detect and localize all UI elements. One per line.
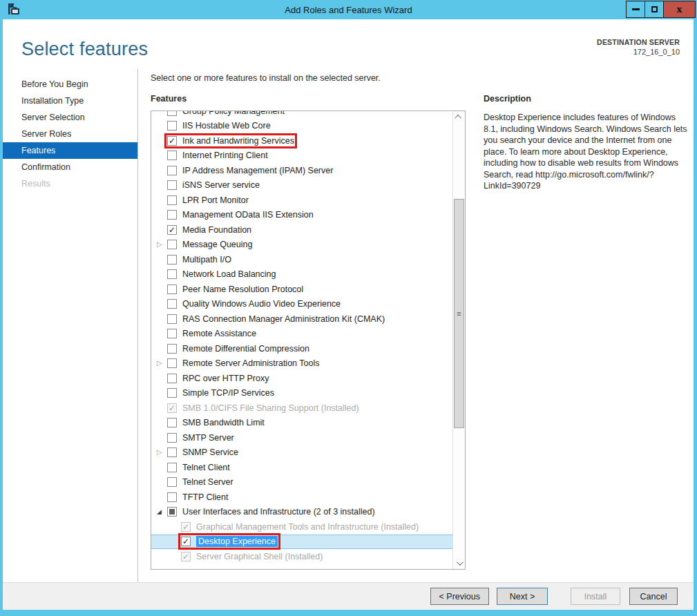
feature-row[interactable]: ◢User Interfaces and Infrastructure (2 o… bbox=[151, 505, 452, 520]
feature-row[interactable]: IP Address Management (IPAM) Server bbox=[151, 163, 452, 178]
checkbox-unchecked[interactable] bbox=[167, 151, 177, 160]
close-button[interactable]: x bbox=[663, 1, 696, 18]
checkbox-unchecked[interactable] bbox=[167, 463, 177, 472]
checkbox-checked[interactable]: ✓ bbox=[167, 225, 177, 235]
feature-row[interactable]: TFTP Client bbox=[151, 490, 452, 505]
feature-row[interactable]: Network Load Balancing bbox=[151, 267, 452, 282]
checkbox-unchecked[interactable] bbox=[167, 374, 177, 383]
checkbox-unchecked[interactable] bbox=[167, 299, 177, 309]
feature-row[interactable]: LPR Port Monitor bbox=[151, 193, 452, 208]
checkbox-unchecked[interactable] bbox=[167, 433, 177, 443]
checkbox-unchecked[interactable] bbox=[167, 111, 177, 116]
feature-row[interactable]: Remote Differential Compression bbox=[151, 341, 452, 356]
feature-row[interactable]: ✓Ink and Handwriting Services bbox=[151, 133, 452, 148]
feature-label[interactable]: Internet Printing Client bbox=[182, 151, 268, 160]
checkbox-unchecked[interactable] bbox=[167, 180, 177, 190]
feature-row[interactable]: SMB Bandwidth Limit bbox=[151, 416, 452, 431]
checkbox-unchecked[interactable] bbox=[167, 195, 177, 205]
feature-label[interactable]: Group Policy Management bbox=[182, 111, 285, 116]
feature-label[interactable]: SNMP Service bbox=[182, 447, 238, 457]
checkbox-checked[interactable]: ✓ bbox=[167, 136, 177, 146]
feature-label[interactable]: RAS Connection Manager Administration Ki… bbox=[182, 314, 385, 324]
feature-row[interactable]: ✓Media Foundation bbox=[151, 222, 452, 238]
scroll-up-button[interactable] bbox=[453, 111, 465, 123]
checkbox-unchecked[interactable] bbox=[167, 388, 177, 398]
scrollbar-thumb[interactable]: ≡ bbox=[454, 199, 464, 428]
feature-label[interactable]: Server Graphical Shell (Installed) bbox=[196, 552, 323, 561]
feature-row[interactable]: ✓SMB 1.0/CIFS File Sharing Support (Inst… bbox=[151, 401, 452, 416]
feature-label[interactable]: Media Foundation bbox=[182, 225, 251, 235]
sidebar-item-features[interactable]: Features bbox=[3, 142, 137, 159]
checkbox-unchecked[interactable] bbox=[167, 255, 177, 264]
checkbox-unchecked[interactable] bbox=[167, 329, 177, 338]
expander-collapsed-icon[interactable]: ▷ bbox=[157, 241, 167, 248]
feature-label[interactable]: IP Address Management (IPAM) Server bbox=[182, 166, 333, 175]
feature-label[interactable]: Remote Server Administration Tools bbox=[182, 358, 319, 368]
checkbox-unchecked[interactable] bbox=[167, 477, 177, 487]
feature-label[interactable]: Ink and Handwriting Services bbox=[182, 136, 294, 146]
checkbox-unchecked[interactable] bbox=[167, 285, 177, 294]
feature-row[interactable]: Quality Windows Audio Video Experience bbox=[151, 297, 452, 312]
feature-label[interactable]: Network Load Balancing bbox=[182, 269, 276, 279]
checkbox-checked-disabled[interactable]: ✓ bbox=[181, 552, 191, 561]
feature-label[interactable]: SMB 1.0/CIFS File Sharing Support (Insta… bbox=[182, 403, 359, 413]
feature-row[interactable]: Telnet Client bbox=[151, 460, 452, 475]
feature-row[interactable]: Group Policy Management bbox=[151, 111, 452, 119]
feature-row[interactable]: Simple TCP/IP Services bbox=[151, 386, 452, 401]
feature-label[interactable]: Simple TCP/IP Services bbox=[182, 388, 274, 398]
feature-label[interactable]: Telnet Server bbox=[182, 477, 233, 487]
minimize-button[interactable] bbox=[626, 1, 645, 18]
feature-row[interactable]: ▷Message Queuing bbox=[151, 238, 452, 253]
feature-label[interactable]: Graphical Management Tools and Infrastru… bbox=[196, 522, 419, 532]
checkbox-unchecked[interactable] bbox=[167, 166, 177, 175]
feature-row[interactable]: Remote Assistance bbox=[151, 327, 452, 342]
checkbox-mixed[interactable] bbox=[167, 507, 177, 517]
checkbox-unchecked[interactable] bbox=[167, 418, 177, 427]
scroll-down-button[interactable] bbox=[453, 557, 465, 569]
feature-row[interactable]: ✓Server Graphical Shell (Installed) bbox=[151, 549, 452, 564]
cancel-button[interactable]: Cancel bbox=[629, 588, 678, 605]
checkbox-unchecked[interactable] bbox=[167, 240, 177, 249]
feature-label[interactable]: SMTP Server bbox=[182, 433, 234, 443]
feature-label[interactable]: Multipath I/O bbox=[182, 255, 231, 264]
feature-row[interactable]: Telnet Server bbox=[151, 475, 452, 490]
feature-label[interactable]: TFTP Client bbox=[182, 492, 228, 502]
checkbox-unchecked[interactable] bbox=[167, 447, 177, 457]
checkbox-unchecked[interactable] bbox=[167, 121, 177, 131]
sidebar-item-before-you-begin[interactable]: Before You Begin bbox=[3, 76, 137, 93]
expander-collapsed-icon[interactable]: ▷ bbox=[157, 449, 167, 456]
checkbox-checked-disabled[interactable]: ✓ bbox=[167, 403, 177, 413]
feature-label[interactable]: iSNS Server service bbox=[182, 180, 260, 190]
expander-collapsed-icon[interactable]: ▷ bbox=[157, 360, 167, 367]
feature-label[interactable]: Remote Assistance bbox=[182, 329, 256, 338]
feature-row[interactable]: Internet Printing Client bbox=[151, 148, 452, 164]
feature-label[interactable]: Telnet Client bbox=[182, 463, 230, 472]
feature-row[interactable]: IIS Hostable Web Core bbox=[151, 119, 452, 134]
checkbox-unchecked[interactable] bbox=[167, 210, 177, 220]
feature-row[interactable]: Peer Name Resolution Protocol bbox=[151, 282, 452, 297]
next-button[interactable]: Next > bbox=[497, 588, 548, 605]
feature-row[interactable]: ✓Desktop Experience bbox=[151, 535, 452, 550]
feature-label[interactable]: User Interfaces and Infrastructure (2 of… bbox=[182, 507, 375, 517]
vertical-scrollbar[interactable]: ≡ bbox=[452, 111, 465, 569]
previous-button[interactable]: < Previous bbox=[430, 588, 489, 605]
feature-label[interactable]: Message Queuing bbox=[182, 240, 252, 249]
feature-row[interactable]: ▷SNMP Service bbox=[151, 445, 452, 461]
feature-label[interactable]: SMB Bandwidth Limit bbox=[182, 418, 265, 427]
checkbox-unchecked[interactable] bbox=[167, 344, 177, 354]
feature-row[interactable]: ▷Remote Server Administration Tools bbox=[151, 356, 452, 372]
checkbox-unchecked[interactable] bbox=[167, 492, 177, 502]
sidebar-item-server-selection[interactable]: Server Selection bbox=[3, 109, 137, 126]
feature-row[interactable]: iSNS Server service bbox=[151, 178, 452, 193]
sidebar-item-server-roles[interactable]: Server Roles bbox=[3, 126, 137, 142]
checkbox-unchecked[interactable] bbox=[167, 314, 177, 324]
feature-label[interactable]: Peer Name Resolution Protocol bbox=[182, 285, 303, 294]
feature-label[interactable]: RPC over HTTP Proxy bbox=[182, 374, 269, 383]
sidebar-item-confirmation[interactable]: Confirmation bbox=[3, 159, 137, 175]
feature-label[interactable]: Desktop Experience bbox=[196, 536, 278, 547]
feature-label[interactable]: Management OData IIS Extension bbox=[182, 210, 314, 220]
checkbox-unchecked[interactable] bbox=[167, 269, 177, 279]
feature-label[interactable]: Remote Differential Compression bbox=[182, 344, 309, 354]
expander-expanded-icon[interactable]: ◢ bbox=[157, 509, 167, 515]
feature-row[interactable]: SMTP Server bbox=[151, 430, 452, 445]
